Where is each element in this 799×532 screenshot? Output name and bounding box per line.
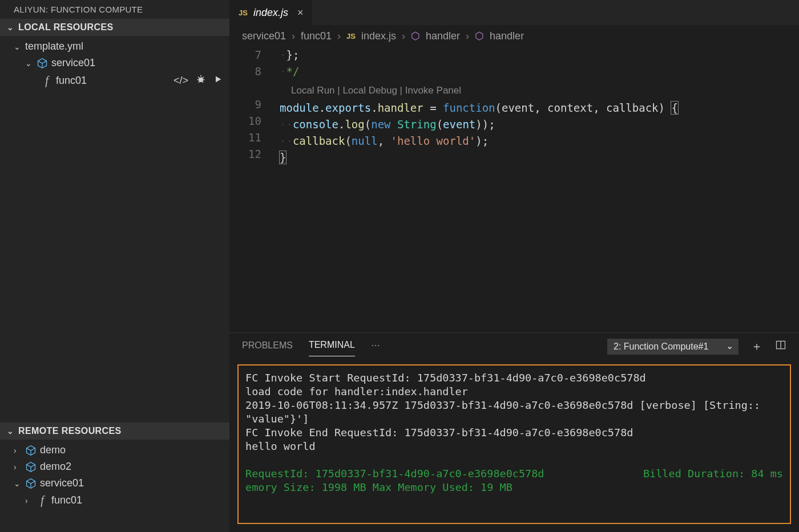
code-line: ··callback(null, 'hello world'); [280,133,799,149]
service-icon [25,478,37,489]
terminal-line: load code for handler:index.handler [245,385,783,399]
terminal-line: FC Invoke Start RequestId: 175d0337-bf31… [245,371,783,385]
codelens[interactable]: Local Run | Local Debug | Invoke Panel [291,82,799,99]
line-number: 11 [229,129,261,146]
chevron-right-icon: › [402,30,405,42]
terminal-line: hello world [245,440,783,453]
chevron-right-icon: › [292,30,295,42]
js-badge-icon: JS [346,32,356,40]
code-line: ··console.log(new String(event)); [280,116,799,133]
line-number: 10 [229,113,261,129]
chevron-down-icon: ⌄ [14,479,22,488]
extension-title: ALIYUN: FUNCTION COMPUTE [0,0,229,19]
function-icon: f [37,494,48,507]
breadcrumb-func[interactable]: func01 [301,30,332,42]
code-icon[interactable]: </> [173,75,188,87]
chevron-right-icon: › [466,30,469,42]
js-badge-icon: JS [239,9,248,17]
function-label: func01 [56,75,87,87]
breadcrumb[interactable]: service01 › func01 › JS index.js › ⬡ han… [229,25,799,47]
line-number: 8 [229,63,261,80]
main-area: JS index.js × service01 › func01 › JS in… [229,0,799,532]
remote-resources-header[interactable]: ⌄ REMOTE RESOURCES [0,423,229,440]
tree-item-remote-service01[interactable]: ⌄ service01 [0,475,229,492]
chevron-down-icon: ⌄ [25,59,33,68]
breadcrumb-symbol-1[interactable]: handler [426,30,460,42]
split-icon[interactable] [775,339,786,354]
terminal-dropdown[interactable]: 2: Function Compute#1 [607,339,739,355]
tree-item-demo2[interactable]: › demo2 [0,458,229,475]
code-line: module.exports.handler = function(event,… [280,100,799,116]
function-actions: </> [173,74,223,88]
plus-icon[interactable]: ＋ [751,339,762,354]
sidebar: ALIYUN: FUNCTION COMPUTE ⌄ LOCAL RESOURC… [0,0,229,532]
symbol-icon: ⬡ [475,30,484,42]
remote-func01-label: func01 [51,494,82,506]
tree-item-function[interactable]: f func01 </> [0,71,229,90]
local-resources-header[interactable]: ⌄ LOCAL RESOURCES [0,19,229,36]
chevron-down-icon: ⌄ [7,23,15,32]
service-icon [37,58,48,69]
breadcrumb-symbol-2[interactable]: handler [490,30,524,42]
tab-problems[interactable]: PROBLEMS [242,337,293,356]
terminal-line: FC Invoke End RequestId: 175d0337-bf31-4… [245,426,783,440]
more-icon[interactable]: ⋯ [371,336,380,356]
line-number: 9 [229,96,261,113]
chevron-right-icon: › [337,30,341,42]
breadcrumb-service[interactable]: service01 [242,30,286,42]
code-line: } [280,149,799,166]
terminal-line: RequestId: 175d0337-bf31-4d90-a7c0-e3698… [245,467,544,481]
code-text: }; [286,48,299,61]
chevron-right-icon: › [25,496,33,505]
terminal-line: 2019-10-06T08:11:34.957Z 175d0337-bf31-4… [245,399,783,426]
symbol-icon: ⬡ [411,30,420,42]
tab-terminal[interactable]: TERMINAL [309,336,355,356]
remote-tree: › demo › demo2 ⌄ service01 › f func01 [0,440,229,532]
demo-label: demo [40,444,66,456]
chevron-right-icon: › [14,462,22,472]
breadcrumb-file[interactable]: index.js [361,30,396,42]
service-icon [25,445,37,456]
function-icon: f [41,74,53,87]
service-icon [25,461,37,473]
local-resources-label: LOCAL RESOURCES [18,22,114,33]
remote-service01-label: service01 [40,477,84,489]
chevron-down-icon: ⌄ [7,427,15,436]
template-file-label: template.yml [25,40,83,52]
tree-item-remote-func01[interactable]: › f func01 [0,492,229,509]
tree-item-template[interactable]: ⌄ template.yml [0,38,229,55]
debug-icon[interactable] [195,74,207,88]
tree-item-service[interactable]: ⌄ service01 [0,55,229,71]
terminal-output[interactable]: FC Invoke Start RequestId: 175d0337-bf31… [237,364,791,524]
terminal-line: Billed Duration: 84 ms [643,467,783,481]
close-icon[interactable]: × [297,7,304,19]
demo2-label: demo2 [40,461,71,473]
panel-tabs: PROBLEMS TERMINAL ⋯ 2: Function Compute#… [229,333,799,356]
tabbar: JS index.js × [229,0,799,25]
gutter: 7 8 9 10 11 12 [229,47,271,332]
tree-item-demo[interactable]: › demo [0,442,229,458]
tab-filename: index.js [253,7,288,19]
line-number: 7 [229,47,261,63]
code-area[interactable]: ·}; ·*/ Local Run | Local Debug | Invoke… [280,47,799,166]
remote-resources-label: REMOTE RESOURCES [18,426,122,436]
tab-index-js[interactable]: JS index.js × [229,0,312,25]
run-icon[interactable] [213,75,223,87]
code-text: */ [286,65,299,78]
local-tree: ⌄ template.yml ⌄ service01 f func01 </> [0,36,229,92]
terminal-line: emory Size: 1998 MB Max Memory Used: 19 … [245,481,783,494]
chevron-down-icon: ⌄ [14,42,22,51]
bottom-panel: PROBLEMS TERMINAL ⋯ 2: Function Compute#… [229,332,799,532]
service-label: service01 [51,57,95,69]
line-number: 12 [229,146,261,163]
editor[interactable]: 7 8 9 10 11 12 ·}; ·*/ Local Run | Local… [229,47,799,332]
chevron-right-icon: › [14,446,22,455]
